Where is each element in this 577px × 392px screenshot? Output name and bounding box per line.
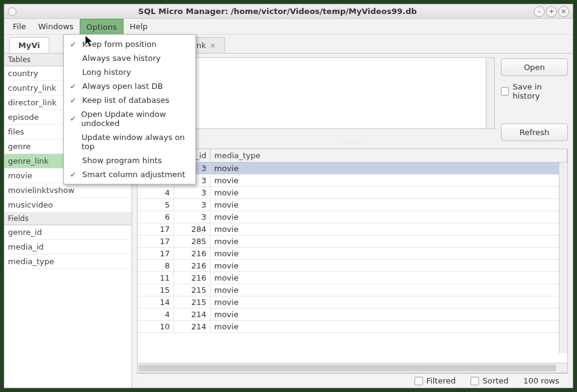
options-menu-label: Open Update window undocked xyxy=(81,110,189,128)
table-row[interactable]: 8216movie xyxy=(138,260,567,272)
cell-media-type[interactable]: movie xyxy=(211,284,567,296)
minimize-button[interactable]: – xyxy=(534,6,545,17)
table-row[interactable]: 11216movie xyxy=(138,272,567,284)
table-row[interactable]: 63movie xyxy=(138,211,567,223)
cell-media-type[interactable]: movie xyxy=(211,236,567,247)
cell-media-type[interactable]: movie xyxy=(211,187,567,198)
cell-genre-id[interactable]: 4 xyxy=(138,187,174,198)
table-row[interactable]: 53movie xyxy=(138,199,567,211)
cell-media-type[interactable]: movie xyxy=(211,260,567,271)
right-pane: * nre_link 00; Open Save in history Refr… xyxy=(132,54,573,388)
close-button[interactable]: × xyxy=(558,6,569,17)
table-row[interactable]: 33movie xyxy=(138,175,567,187)
options-menu-item[interactable]: Always save history xyxy=(64,51,195,65)
table-row[interactable]: 43movie xyxy=(138,187,567,199)
table-row[interactable]: 17285movie xyxy=(138,236,567,248)
table-item[interactable]: musicvideo xyxy=(4,198,131,212)
options-menu-item[interactable]: Long history xyxy=(64,65,195,79)
cell-media-type[interactable]: movie xyxy=(211,296,567,308)
cell-media-id[interactable]: 215 xyxy=(174,296,211,308)
cell-media-type[interactable]: movie xyxy=(211,211,567,223)
filtered-row[interactable]: Filtered xyxy=(414,376,456,385)
splitter-grip[interactable]: · · · · · xyxy=(137,141,568,146)
table-row[interactable]: 4214movie xyxy=(138,309,567,321)
cell-genre-id[interactable]: 17 xyxy=(138,236,174,247)
cell-media-type[interactable]: movie xyxy=(211,175,567,186)
cell-media-type[interactable]: movie xyxy=(211,163,567,174)
table-row[interactable]: 10214movie xyxy=(138,321,567,333)
filtered-checkbox[interactable] xyxy=(414,377,423,385)
save-in-history-checkbox[interactable] xyxy=(501,87,509,96)
open-button[interactable]: Open xyxy=(501,58,568,76)
cell-genre-id[interactable]: 8 xyxy=(138,260,174,271)
options-menu-item[interactable]: ✓Keep form position xyxy=(64,37,195,51)
cell-media-id[interactable]: 216 xyxy=(174,272,211,284)
sorted-row[interactable]: Sorted xyxy=(470,376,509,385)
options-menu-item[interactable]: Update window always on top xyxy=(64,130,195,153)
cell-genre-id[interactable]: 4 xyxy=(138,309,174,320)
table-row[interactable]: 14215movie xyxy=(138,296,567,309)
options-menu-item[interactable]: ✓Keep list of databases xyxy=(64,93,195,107)
refresh-button[interactable]: Refresh xyxy=(501,124,568,141)
cell-media-id[interactable]: 3 xyxy=(174,199,211,211)
cell-media-type[interactable]: movie xyxy=(211,272,567,284)
table-row[interactable]: 15215movie xyxy=(138,284,567,296)
menu-options[interactable]: Options xyxy=(80,19,124,34)
cell-media-id[interactable]: 3 xyxy=(174,187,211,198)
cell-media-id[interactable]: 214 xyxy=(174,321,211,332)
sorted-checkbox[interactable] xyxy=(470,377,479,385)
field-item[interactable]: media_type xyxy=(4,254,131,269)
table-row[interactable]: 17216movie xyxy=(138,248,567,260)
window-menu-icon[interactable] xyxy=(8,7,16,16)
close-tab-icon[interactable]: × xyxy=(210,41,216,50)
options-menu-item[interactable]: Show program hints xyxy=(64,153,195,167)
table-item[interactable]: movielinktvshow xyxy=(4,183,131,198)
table-row[interactable]: 17284movie xyxy=(138,223,567,236)
cell-media-id[interactable]: 284 xyxy=(174,223,211,235)
cell-genre-id[interactable]: 17 xyxy=(138,223,174,235)
grid-vscrollbar[interactable] xyxy=(559,163,567,353)
maximize-button[interactable]: + xyxy=(546,6,557,17)
menu-file[interactable]: File xyxy=(7,19,32,34)
cell-media-id[interactable]: 216 xyxy=(174,260,211,271)
cell-media-id[interactable]: 285 xyxy=(174,236,211,247)
cell-genre-id[interactable]: 5 xyxy=(138,199,174,211)
cell-media-type[interactable]: movie xyxy=(211,248,567,259)
results-grid: ia_id media_type 33movie33movie43movie53… xyxy=(137,149,568,373)
cell-media-id[interactable]: 3 xyxy=(174,211,211,223)
grid-body[interactable]: 33movie33movie43movie53movie63movie17284… xyxy=(138,163,567,363)
options-menu-item[interactable]: ✓Always open last DB xyxy=(64,79,195,93)
cell-genre-id[interactable]: 11 xyxy=(138,272,174,284)
save-in-history-row[interactable]: Save in history xyxy=(501,82,568,100)
cell-media-type[interactable]: movie xyxy=(211,199,567,211)
fields-list[interactable]: genre_idmedia_idmedia_type xyxy=(4,225,131,388)
tab-primary[interactable]: MyVi xyxy=(9,37,49,53)
cell-media-type[interactable]: movie xyxy=(211,321,567,332)
options-menu-label: Keep list of databases xyxy=(82,96,169,105)
options-menu-item[interactable]: ✓Smart column adjustment xyxy=(64,167,195,181)
field-item[interactable]: genre_id xyxy=(4,225,131,240)
cell-media-id[interactable]: 214 xyxy=(174,309,211,320)
cell-genre-id[interactable]: 6 xyxy=(138,211,174,223)
cell-genre-id[interactable]: 14 xyxy=(138,296,174,308)
menu-help[interactable]: Help xyxy=(124,19,154,34)
menu-windows[interactable]: Windows xyxy=(32,19,80,34)
cell-genre-id[interactable]: 10 xyxy=(138,321,174,332)
table-row[interactable]: 33movie xyxy=(138,163,567,175)
options-dropdown[interactable]: ✓Keep form positionAlways save historyLo… xyxy=(63,34,196,184)
cell-media-type[interactable]: movie xyxy=(211,309,567,320)
options-menu-label: Smart column adjustment xyxy=(82,170,185,179)
cell-genre-id[interactable]: 17 xyxy=(138,248,174,259)
options-menu-item[interactable]: ✓Open Update window undocked xyxy=(64,107,195,130)
col-header-type[interactable]: media_type xyxy=(211,149,567,162)
cell-media-id[interactable]: 215 xyxy=(174,284,211,296)
cell-media-id[interactable]: 216 xyxy=(174,248,211,259)
options-menu-label: Keep form position xyxy=(82,40,156,49)
save-in-history-label: Save in history xyxy=(512,82,568,100)
grid-header: ia_id media_type xyxy=(138,149,567,163)
cell-genre-id[interactable]: 15 xyxy=(138,284,174,296)
field-item[interactable]: media_id xyxy=(4,240,131,254)
grid-hscrollbar[interactable] xyxy=(138,363,567,373)
cell-media-type[interactable]: movie xyxy=(211,223,567,235)
sql-scrollbar[interactable] xyxy=(486,58,494,128)
